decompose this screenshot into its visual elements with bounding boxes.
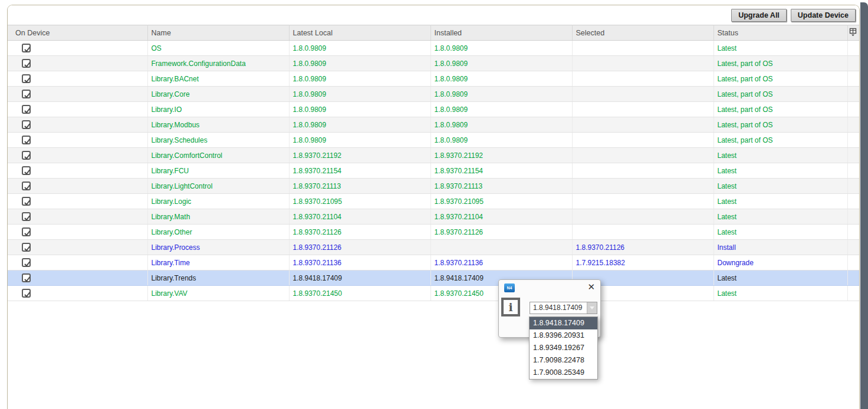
table-row[interactable]: Library.FCU 1.8.9370.21154 1.8.9370.2115… <box>8 163 859 179</box>
status-cell: Latest, part of OS <box>714 102 847 117</box>
name-cell: Library.FCU <box>147 163 289 179</box>
on-device-checkbox[interactable] <box>22 59 31 68</box>
latest-local-cell: 1.8.0.9809 <box>289 102 430 117</box>
status-cell: Latest <box>714 163 847 179</box>
status-cell: Latest <box>714 209 847 225</box>
table-row[interactable]: Library.IO 1.8.0.9809 1.8.0.9809 Latest,… <box>8 102 859 117</box>
selected-cell <box>572 41 714 56</box>
name-cell: Library.Trends <box>147 271 289 286</box>
window-right-edge <box>860 2 868 409</box>
table-row[interactable]: Library.VAV 1.8.9370.21450 1.8.9370.2145… <box>8 286 859 301</box>
on-device-cell <box>8 179 147 194</box>
on-device-checkbox[interactable] <box>22 166 31 175</box>
row-end-cell <box>847 133 859 148</box>
table-row[interactable]: Library.Modbus 1.8.0.9809 1.8.0.9809 Lat… <box>8 117 859 133</box>
on-device-cell <box>8 117 147 133</box>
toolbar: Upgrade All Update Device <box>8 5 859 25</box>
name-cell: Library.Other <box>147 225 289 240</box>
selected-cell <box>572 163 714 179</box>
on-device-checkbox[interactable] <box>22 136 31 144</box>
on-device-cell <box>8 286 147 301</box>
name-cell: Library.Math <box>147 209 289 225</box>
installed-cell: 1.8.9370.21154 <box>430 163 572 179</box>
combobox-dropdown-button[interactable] <box>587 302 597 314</box>
table-row[interactable]: Library.BACnet 1.8.0.9809 1.8.0.9809 Lat… <box>8 71 859 87</box>
on-device-checkbox[interactable] <box>22 44 31 52</box>
info-icon: i <box>501 298 520 316</box>
table-row[interactable]: Library.Logic 1.8.9370.21095 1.8.9370.21… <box>8 194 859 209</box>
latest-local-cell: 1.8.9370.21154 <box>289 163 430 179</box>
selected-cell <box>572 87 714 102</box>
table-row[interactable]: Library.LightControl 1.8.9370.21113 1.8.… <box>8 179 859 194</box>
on-device-cell <box>8 225 147 240</box>
version-dropdown-option[interactable]: 1.8.9396.20931 <box>530 329 597 342</box>
version-dropdown-option[interactable]: 1.8.9418.17409 <box>530 317 597 329</box>
version-combobox[interactable]: 1.8.9418.17409 <box>530 302 597 314</box>
table-row[interactable]: Library.Trends 1.8.9418.17409 1.8.9418.1… <box>8 271 859 286</box>
table-row[interactable]: Library.Math 1.8.9370.21104 1.8.9370.211… <box>8 209 859 225</box>
version-dropdown-option[interactable]: 1.7.9098.22478 <box>530 354 597 367</box>
selected-cell <box>572 194 714 209</box>
on-device-checkbox[interactable] <box>22 273 31 282</box>
on-device-checkbox[interactable] <box>22 151 31 160</box>
column-header-latest-local[interactable]: Latest Local <box>289 25 430 41</box>
column-header-name[interactable]: Name <box>147 25 289 41</box>
installed-cell: 1.8.0.9809 <box>430 117 572 133</box>
name-cell: Library.Core <box>147 87 289 102</box>
on-device-checkbox[interactable] <box>22 258 31 267</box>
latest-local-cell: 1.8.0.9809 <box>289 71 430 87</box>
table-row[interactable]: Library.Schedules 1.8.0.9809 1.8.0.9809 … <box>8 133 859 148</box>
table-row[interactable]: Library.Core 1.8.0.9809 1.8.0.9809 Lates… <box>8 87 859 102</box>
on-device-checkbox[interactable] <box>22 182 31 190</box>
on-device-cell <box>8 255 147 271</box>
column-header-selected[interactable]: Selected <box>572 25 714 41</box>
name-cell: Library.Process <box>147 240 289 255</box>
table-row[interactable]: Library.Time 1.8.9370.21136 1.8.9370.211… <box>8 255 859 271</box>
status-cell: Latest <box>714 41 847 56</box>
row-end-cell <box>847 225 859 240</box>
row-end-cell <box>847 41 859 56</box>
on-device-checkbox[interactable] <box>22 197 31 206</box>
on-device-cell <box>8 133 147 148</box>
on-device-checkbox[interactable] <box>22 243 31 252</box>
column-header-status[interactable]: Status <box>714 25 847 41</box>
row-end-cell <box>847 286 859 301</box>
name-cell: OS <box>147 41 289 56</box>
status-cell: Latest <box>714 286 847 301</box>
table-row[interactable]: Framework.ConfigurationData 1.8.0.9809 1… <box>8 56 859 71</box>
name-cell: Framework.ConfigurationData <box>147 56 289 71</box>
on-device-checkbox[interactable] <box>22 74 31 83</box>
row-end-cell <box>847 240 859 255</box>
latest-local-cell: 1.8.9370.21126 <box>289 225 430 240</box>
column-chooser-button[interactable] <box>847 25 859 41</box>
software-manager-panel: Upgrade All Update Device On Device Name… <box>7 5 860 409</box>
on-device-checkbox[interactable] <box>22 90 31 98</box>
latest-local-cell: 1.8.9370.21192 <box>289 148 430 163</box>
version-dropdown-option[interactable]: 1.8.9349.19267 <box>530 342 597 354</box>
installed-cell: 1.8.9370.21104 <box>430 209 572 225</box>
column-header-on-device[interactable]: On Device <box>8 25 147 41</box>
on-device-cell <box>8 102 147 117</box>
close-icon[interactable]: ✕ <box>587 282 595 292</box>
table-row[interactable]: OS 1.8.0.9809 1.8.0.9809 Latest <box>8 41 859 56</box>
on-device-checkbox[interactable] <box>22 227 31 236</box>
table-row[interactable]: Library.Other 1.8.9370.21126 1.8.9370.21… <box>8 225 859 240</box>
on-device-checkbox[interactable] <box>22 120 31 129</box>
upgrade-all-button[interactable]: Upgrade All <box>731 9 787 22</box>
on-device-checkbox[interactable] <box>22 212 31 221</box>
selected-cell <box>572 209 714 225</box>
selected-cell <box>572 133 714 148</box>
row-end-cell <box>847 163 859 179</box>
on-device-checkbox[interactable] <box>22 105 31 114</box>
table-row[interactable]: Library.ComfortControl 1.8.9370.21192 1.… <box>8 148 859 163</box>
version-dropdown-option[interactable]: 1.7.9008.25349 <box>530 367 597 379</box>
table-row[interactable]: Library.Process 1.8.9370.21126 1.8.9370.… <box>8 240 859 255</box>
on-device-cell <box>8 71 147 87</box>
on-device-checkbox[interactable] <box>22 289 31 298</box>
column-header-installed[interactable]: Installed <box>430 25 572 41</box>
status-cell: Latest <box>714 179 847 194</box>
update-device-button[interactable]: Update Device <box>791 9 856 22</box>
software-table: On Device Name Latest Local Installed Se… <box>8 25 860 301</box>
latest-local-cell: 1.8.9370.21126 <box>289 240 430 255</box>
latest-local-cell: 1.8.0.9809 <box>289 117 430 133</box>
